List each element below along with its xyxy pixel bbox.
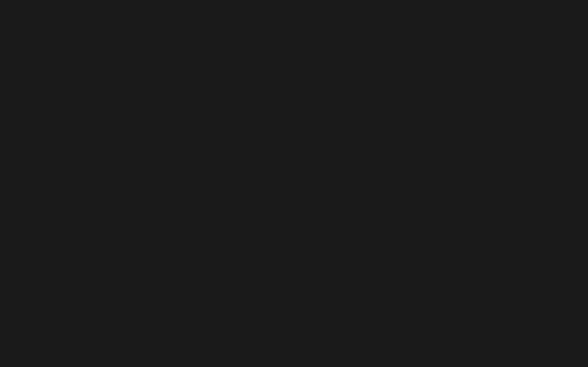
org-chart: [0, 0, 588, 367]
connector-lines: [0, 0, 588, 367]
